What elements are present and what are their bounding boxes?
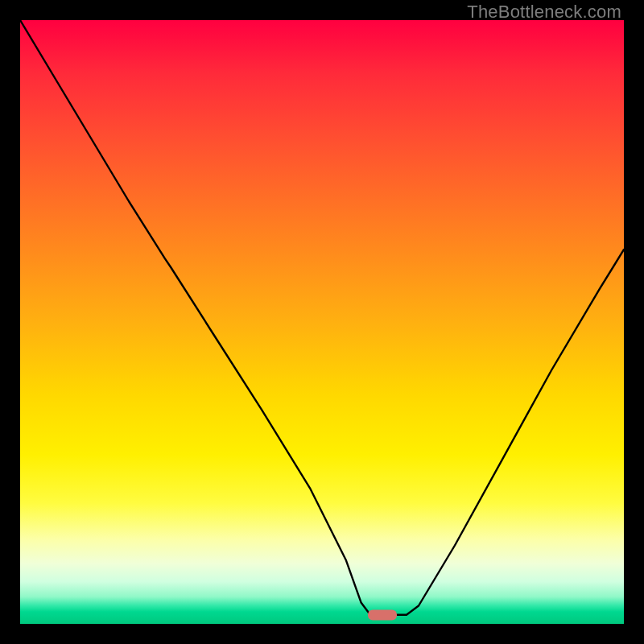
bottleneck-curve (20, 20, 624, 624)
optimal-marker (368, 609, 397, 620)
plot-area (20, 20, 624, 624)
chart-frame: TheBottleneck.com (0, 0, 644, 644)
